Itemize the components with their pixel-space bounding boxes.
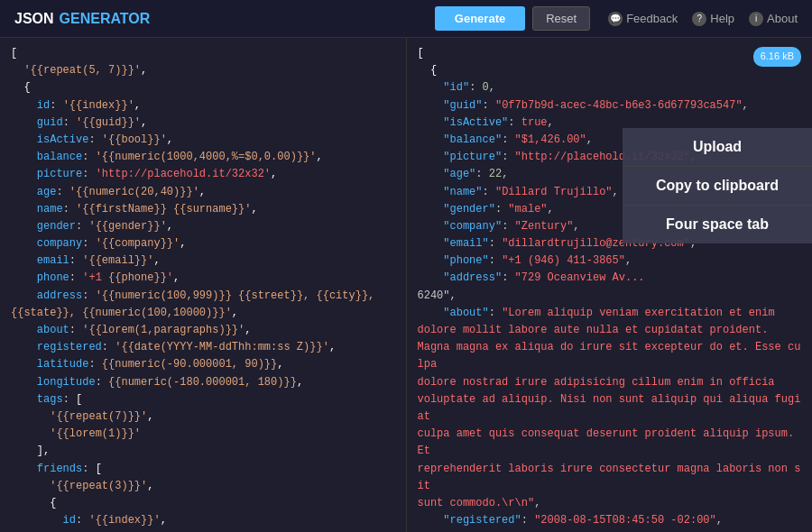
output-code: [ { "id": 0, "guid": "0f7b7b9d-acec-48bc… bbox=[418, 45, 802, 532]
feedback-icon: 💬 bbox=[608, 12, 623, 26]
help-label: Help bbox=[710, 12, 734, 25]
feedback-label: Feedback bbox=[626, 12, 678, 25]
editor-panel[interactable]: [ '{{repeat(5, 7)}}', { id: '{{index}}',… bbox=[0, 38, 407, 532]
four-space-tab-button[interactable]: Four space tab bbox=[623, 206, 812, 243]
reset-button[interactable]: Reset bbox=[532, 6, 590, 31]
about-label: About bbox=[767, 12, 798, 25]
help-icon: ? bbox=[692, 12, 706, 26]
help-link[interactable]: ? Help bbox=[692, 12, 734, 26]
overlay-buttons: Upload Copy to clipboard Four space tab bbox=[623, 128, 812, 243]
about-link[interactable]: i About bbox=[749, 12, 798, 26]
main-content: [ '{{repeat(5, 7)}}', { id: '{{index}}',… bbox=[0, 38, 812, 532]
output-panel: 6.16 kB Upload Copy to clipboard Four sp… bbox=[407, 38, 813, 532]
file-size-badge: 6.16 kB bbox=[753, 47, 801, 67]
logo-json-text: JSON bbox=[14, 11, 54, 27]
feedback-link[interactable]: 💬 Feedback bbox=[608, 12, 678, 26]
copy-to-clipboard-button[interactable]: Copy to clipboard bbox=[623, 167, 812, 206]
header-controls: Generate Reset bbox=[435, 6, 590, 31]
generate-button[interactable]: Generate bbox=[435, 6, 525, 31]
logo-generator-text: GENERATOR bbox=[60, 11, 151, 27]
about-icon: i bbox=[749, 12, 763, 26]
header: JSON GENERATOR Generate Reset 💬 Feedback… bbox=[0, 0, 812, 38]
upload-button[interactable]: Upload bbox=[623, 128, 812, 167]
header-links: 💬 Feedback ? Help i About bbox=[608, 12, 798, 26]
logo: JSON GENERATOR bbox=[14, 11, 150, 27]
editor-code[interactable]: [ '{{repeat(5, 7)}}', { id: '{{index}}',… bbox=[11, 45, 395, 532]
